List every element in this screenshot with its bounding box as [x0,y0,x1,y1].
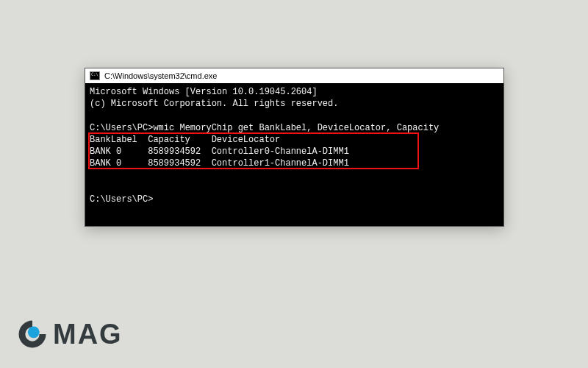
prompt-2: C:\Users\PC> [90,194,153,205]
copyright-line: (c) Microsoft Corporation. All rights re… [90,99,338,109]
prompt-1: C:\Users\PC> [90,123,153,133]
cmd-icon [90,71,100,80]
output-row-1: BANK 0 8589934592 Controller0-ChannelA-D… [90,146,349,157]
svg-point-0 [28,326,40,338]
logo-text: MAG [53,319,123,350]
window-title: C:\Windows\system32\cmd.exe [104,71,217,80]
cmd-window: C:\Windows\system32\cmd.exe Microsoft Wi… [85,68,504,227]
command-1: wmic MemoryChip get BankLabel, DeviceLoc… [153,123,439,133]
brand-logo: MAG [16,318,123,350]
window-titlebar[interactable]: C:\Windows\system32\cmd.exe [85,68,503,83]
os-version-line: Microsoft Windows [Version 10.0.19045.26… [90,87,318,97]
logo-mark-icon [16,318,49,350]
terminal-body[interactable]: Microsoft Windows [Version 10.0.19045.26… [85,83,503,226]
output-row-2: BANK 0 8589934592 Controller1-ChannelA-D… [90,158,349,169]
output-header: BankLabel Capacity DeviceLocator [90,135,280,145]
